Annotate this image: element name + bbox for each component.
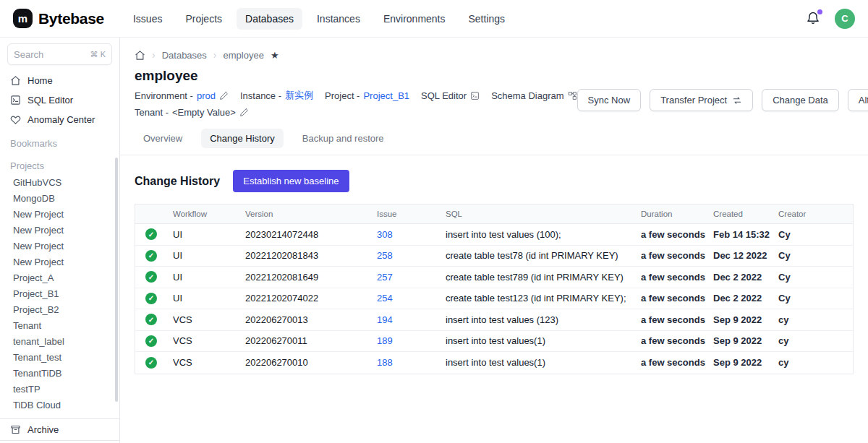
issue-link[interactable]: 254 [377,293,393,304]
nav-item-environments[interactable]: Environments [375,8,454,30]
terminal-square-icon [470,91,480,100]
sidebar-project-item[interactable]: testTP [0,381,119,397]
search-shortcut: ⌘ K [90,50,106,59]
cell-status: ✓ [135,250,173,262]
schema-diagram-link[interactable]: Schema Diagram [491,90,576,101]
sync-now-button[interactable]: Sync Now [577,89,642,111]
cell-sql: create table test78 (id int PRIMARY KEY) [446,250,641,261]
sidebar-item-sql-editor[interactable]: SQL Editor [0,90,119,110]
sidebar-item-home[interactable]: Home [0,71,119,90]
col-created: Created [713,210,778,218]
sidebar-project-item[interactable]: Project_A [0,270,119,285]
avatar[interactable]: C [835,9,855,29]
issue-link[interactable]: 257 [377,272,393,283]
change-data-button[interactable]: Change Data [762,89,839,111]
sql-editor-link[interactable]: SQL Editor [421,90,480,101]
breadcrumb: › Databases › employee ★ [120,38,868,61]
navbar-right: C [806,9,855,29]
sidebar-project-item[interactable]: Project_B2 [0,301,119,317]
tab-change-history[interactable]: Change History [201,129,284,148]
issue-link[interactable]: 258 [377,250,393,261]
bookmarks-section-label: Bookmarks [0,129,119,152]
nav-item-instances[interactable]: Instances [308,8,369,30]
main-nav: Issues Projects Databases Instances Envi… [124,8,514,30]
cell-status: ✓ [135,293,173,304]
search-input[interactable] [14,49,79,60]
sidebar-project-item[interactable]: tenant_label [0,333,119,349]
nav-item-settings[interactable]: Settings [460,8,514,30]
meta-and-actions: Environment - prod Instance - 新实例 Projec… [120,84,868,123]
sidebar-project-item[interactable]: New Project [0,206,119,222]
database-tabs: Overview Change History Backup and resto… [120,129,868,155]
cell-created: Dec 12 2022 [713,250,778,261]
brand[interactable]: m Bytebase [13,9,104,28]
issue-link[interactable]: 194 [377,314,393,325]
success-check-icon: ✓ [145,250,157,262]
cell-created: Sep 9 2022 [713,314,778,325]
issue-link[interactable]: 188 [377,357,393,368]
edit-pencil-icon[interactable] [219,91,229,100]
col-sql: SQL [446,210,641,218]
change-history-table: Workflow Version Issue SQL Duration Crea… [135,204,854,374]
table-row: ✓UI20221202081649257create table test789… [135,267,853,288]
sidebar-project-item[interactable]: Tenant_test [0,349,119,365]
meta-block: Environment - prod Instance - 新实例 Projec… [135,89,577,123]
notifications-button[interactable] [806,11,822,27]
cell-creator: Cy [778,272,853,283]
sidebar-project-item[interactable]: TiDB Cloud [0,397,119,413]
tenant-label: Tenant - [135,107,169,118]
page-title: employee [135,68,854,84]
breadcrumb-employee[interactable]: employee [224,50,264,61]
sidebar-project-item[interactable]: TenantTiDB [0,365,119,381]
sidebar-project-item[interactable]: New Project [0,222,119,238]
environment-link[interactable]: prod [197,90,216,101]
breadcrumb-home-icon[interactable] [135,50,145,61]
cell-status: ✓ [135,314,173,325]
nav-item-issues[interactable]: Issues [124,8,171,30]
issue-link[interactable]: 189 [377,335,393,346]
project-list: GitHubVCSMongoDBNew ProjectNew ProjectNe… [0,174,119,413]
sidebar-project-item[interactable]: MongoDB [0,190,119,206]
issue-link[interactable]: 308 [377,229,393,240]
col-creator: Creator [778,210,853,218]
cell-sql: insert into test values(1) [446,335,641,346]
cell-version: 20221202081649 [245,272,377,283]
sidebar-item-anomaly-center[interactable]: Anomaly Center [0,110,119,129]
bookmark-star-icon[interactable]: ★ [271,50,279,61]
sidebar-item-label: Home [27,75,53,86]
sidebar-project-item[interactable]: GitHubVCS [0,174,119,190]
success-check-icon: ✓ [145,293,157,304]
cell-duration: a few seconds [641,314,713,325]
cell-created: Dec 2 2022 [713,272,778,283]
cell-duration: a few seconds [641,229,713,240]
alter-schema-button[interactable]: Alter Schema [848,89,868,111]
sidebar-project-item[interactable]: Tenant [0,317,119,333]
sidebar-scrollbar[interactable] [115,158,118,402]
home-icon [10,75,21,86]
col-version: Version [245,210,377,218]
breadcrumb-databases[interactable]: Databases [162,50,207,61]
col-issue: Issue [377,210,446,218]
table-row: ✓VCS202206270011189insert into test valu… [135,331,853,353]
establish-baseline-button[interactable]: Establish new baseline [233,170,349,192]
cell-duration: a few seconds [641,357,713,368]
archive-icon [10,424,21,435]
instance-link[interactable]: 新实例 [285,89,313,102]
tab-backup-and-restore[interactable]: Backup and restore [294,129,393,148]
sidebar-project-item[interactable]: Project_B1 [0,285,119,301]
sidebar-project-item[interactable]: New Project [0,254,119,270]
section-title: Change History [135,175,220,188]
success-check-icon: ✓ [145,357,157,369]
main-content: › Databases › employee ★ employee Enviro… [120,38,868,443]
nav-item-databases[interactable]: Databases [237,8,302,30]
edit-pencil-icon[interactable] [239,108,249,117]
cell-created: Dec 2 2022 [713,293,778,304]
search-box[interactable]: ⌘ K [7,43,112,65]
sidebar-project-item[interactable]: New Project [0,238,119,254]
sidebar-item-archive[interactable]: Archive [0,418,119,440]
project-link[interactable]: Project_B1 [363,90,409,101]
transfer-project-button[interactable]: Transfer Project [650,89,753,111]
tab-overview[interactable]: Overview [135,129,191,148]
cell-creator: cy [778,357,853,368]
nav-item-projects[interactable]: Projects [176,8,231,30]
